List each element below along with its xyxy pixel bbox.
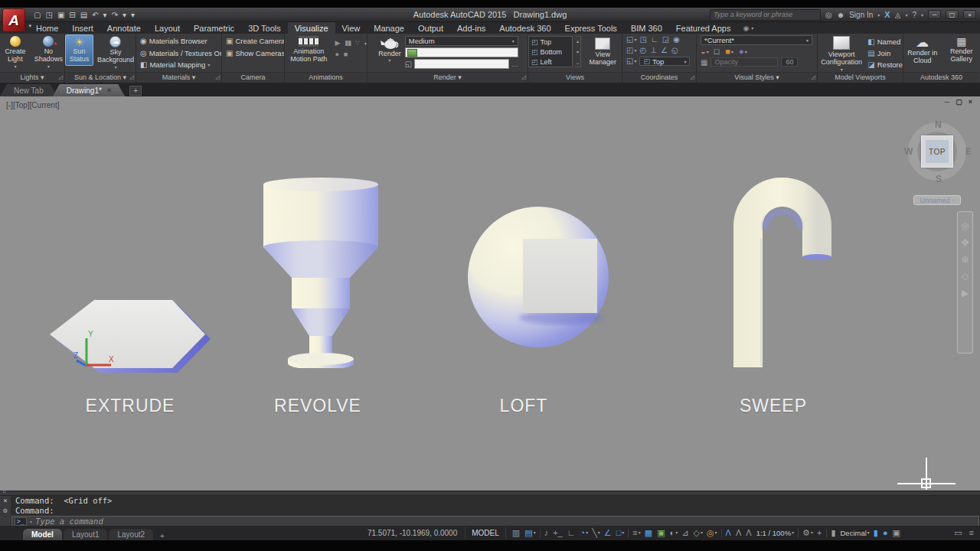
visual-style-tool-icon[interactable]: ■▾	[725, 47, 733, 56]
status-toggle[interactable]: ▤▾	[524, 529, 535, 537]
new-drawing-button[interactable]: +	[129, 86, 142, 96]
status-tool-icon[interactable]: ≡	[969, 529, 974, 537]
status-toggle[interactable]: ▮	[831, 529, 836, 537]
ribbon-tab[interactable]: View	[335, 22, 368, 34]
panel-label-coordinates[interactable]: Coordinates ◿	[622, 72, 696, 83]
ribbon-tab[interactable]: BIM 360	[624, 22, 669, 34]
ribbon-tab[interactable]: 3D Tools	[241, 22, 288, 34]
status-toggle[interactable]: ⚙▾	[802, 529, 813, 537]
recent-commands-icon[interactable]: ▾	[30, 519, 33, 524]
status-toggle[interactable]: ◐▾	[670, 529, 678, 537]
panel-label-render[interactable]: Render ▾ ◿	[368, 72, 528, 83]
ribbon-tab[interactable]: Annotate	[100, 22, 148, 34]
status-toggle[interactable]: ∠	[604, 529, 612, 537]
walk-dropdown-icon[interactable]: ▾	[364, 41, 367, 46]
render-output-field[interactable]	[414, 59, 509, 69]
showmotion-icon[interactable]: ▶	[962, 289, 969, 298]
status-toggle[interactable]: ▮	[874, 529, 879, 537]
ucs-tool-icon[interactable]: ◵	[671, 46, 679, 55]
visual-style-tool-icon[interactable]: ◒▾	[701, 47, 709, 56]
status-toggle[interactable]: ●	[883, 529, 889, 537]
ucs-tool-icon[interactable]: ◰▾	[626, 46, 636, 55]
play-icon[interactable]: ▶	[335, 39, 340, 47]
materials-menu-item[interactable]: ◉ Materials Browser	[140, 35, 217, 47]
stop-icon[interactable]: ■	[344, 51, 348, 58]
viewport-controls-label[interactable]: [-][Top][Current]	[6, 101, 59, 109]
render-in-cloud-button[interactable]: ☁ Render in Cloud	[903, 34, 942, 67]
minimize-button[interactable]: ─	[928, 10, 941, 19]
ribbon-options-icon[interactable]: ◉	[743, 24, 749, 32]
render-window-box[interactable]	[405, 47, 518, 57]
ribbon-tab[interactable]: Visualize	[288, 22, 335, 34]
ucs-tool-icon[interactable]: ∟	[651, 35, 659, 44]
dialog-launcher-icon[interactable]: ◿	[691, 74, 694, 80]
ribbon-tab[interactable]: Home	[29, 22, 65, 34]
ribbon-options-dropdown-icon[interactable]: ▾	[751, 25, 753, 31]
render-output-icon[interactable]: ◱	[405, 60, 412, 68]
qat-icon[interactable]: ◳	[45, 11, 52, 19]
camera-menu-item[interactable]: ▣ Create Camera	[226, 35, 280, 47]
camera-menu-item[interactable]: ▣ Show Cameras	[226, 47, 280, 59]
pause-icon[interactable]: ▮▮	[345, 39, 351, 47]
status-toggle[interactable]: ◔▾	[580, 529, 588, 537]
ribbon-tab[interactable]: Autodesk 360	[492, 22, 557, 34]
render-quality-select[interactable]: Medium▾	[405, 36, 518, 46]
status-toggle[interactable]: ◇▾	[693, 529, 702, 537]
ribbon-tab[interactable]: Output	[411, 22, 450, 34]
status-toggle[interactable]: ▦	[645, 529, 653, 537]
ucs-tool-icon[interactable]: ∠	[661, 46, 668, 55]
doc-restore-icon[interactable]: ▢	[956, 98, 962, 106]
panel-label-camera[interactable]: Camera	[222, 72, 284, 83]
doc-minimize-icon[interactable]: ─	[945, 98, 949, 106]
ucs-tool-icon[interactable]: ◱▾	[626, 35, 636, 44]
model-space-button[interactable]: MODEL	[465, 527, 506, 539]
search-input[interactable]: Type a keyword or phrase	[710, 9, 821, 21]
view-cube[interactable]: N W E S TOP	[906, 119, 969, 184]
visual-style-select[interactable]: *Current*▾	[701, 35, 812, 45]
status-toggle[interactable]	[628, 529, 629, 538]
ribbon-tab[interactable]: Manage	[367, 22, 411, 34]
compass-north[interactable]: N	[935, 119, 942, 130]
sign-in-button[interactable]: Sign In	[849, 11, 873, 19]
views-list-scrollbar[interactable]: ▴▾⌄	[575, 36, 582, 67]
visual-style-tool-icon[interactable]: ●▾	[739, 47, 747, 56]
qat-icon[interactable]: ▢	[34, 11, 41, 19]
app-logo-button[interactable]: A ▾	[2, 8, 25, 32]
qat-icon[interactable]: ↶	[92, 11, 98, 19]
xray-effect-icon[interactable]: ▦	[701, 58, 707, 67]
record-icon[interactable]: ●	[335, 51, 338, 58]
qat-icon[interactable]: ↷	[112, 11, 118, 19]
render-gallery-button[interactable]: ▦ Render Gallery	[944, 34, 979, 65]
compass-east[interactable]: E	[965, 146, 972, 157]
panel-label-model-viewports[interactable]: Model Viewports	[818, 72, 903, 83]
dialog-launcher-icon[interactable]: ◿	[812, 74, 815, 80]
panel-label-animations[interactable]: Animations	[285, 72, 367, 83]
status-tool-icon[interactable]: ▭	[954, 529, 962, 537]
ucs-tool-icon[interactable]: ⊥	[650, 46, 658, 55]
zoom-icon[interactable]: ⊕	[961, 255, 969, 264]
qat-icon[interactable]: ⊟	[69, 11, 75, 19]
panel-label-sun[interactable]: Sun & Location ▾ ◿	[65, 72, 136, 83]
panel-label-visual-styles[interactable]: Visual Styles ▾ ◿	[697, 72, 817, 83]
file-tab-new[interactable]: New Tab	[0, 84, 57, 96]
no-shadows-button[interactable]: No Shadows▾	[33, 34, 64, 71]
ribbon-tab[interactable]: Featured Apps	[669, 22, 738, 34]
status-toggle[interactable]: 1:1 / 100%▾	[756, 529, 794, 537]
ribbon-tab[interactable]: Express Tools	[558, 22, 624, 34]
command-close-icon[interactable]: ×	[3, 497, 7, 504]
command-customize-icon[interactable]: ⚙	[3, 507, 7, 514]
status-toggle[interactable]	[826, 529, 827, 538]
ribbon-tab[interactable]: Parametric	[187, 22, 241, 34]
panel-label-materials[interactable]: Materials ▾ ◿	[136, 72, 221, 83]
ucs-tool-icon[interactable]: ◳	[639, 35, 647, 44]
status-toggle[interactable]: ╲▾	[592, 529, 600, 537]
create-light-button[interactable]: Create Light▾	[0, 34, 31, 71]
status-toggle[interactable]: ▣	[893, 529, 901, 537]
status-toggle[interactable]: ▣	[657, 529, 665, 537]
panel-label-autodesk-360[interactable]: Autodesk 360	[903, 72, 979, 83]
new-layout-button[interactable]: +	[155, 532, 170, 540]
sky-background-button[interactable]: ☁ Sky Background▾	[96, 34, 136, 72]
doc-close-icon[interactable]: ×	[969, 98, 972, 106]
ribbon-tab[interactable]: Layout	[148, 22, 187, 34]
materials-menu-item[interactable]: ◧ Material Mapping▾	[140, 59, 217, 70]
